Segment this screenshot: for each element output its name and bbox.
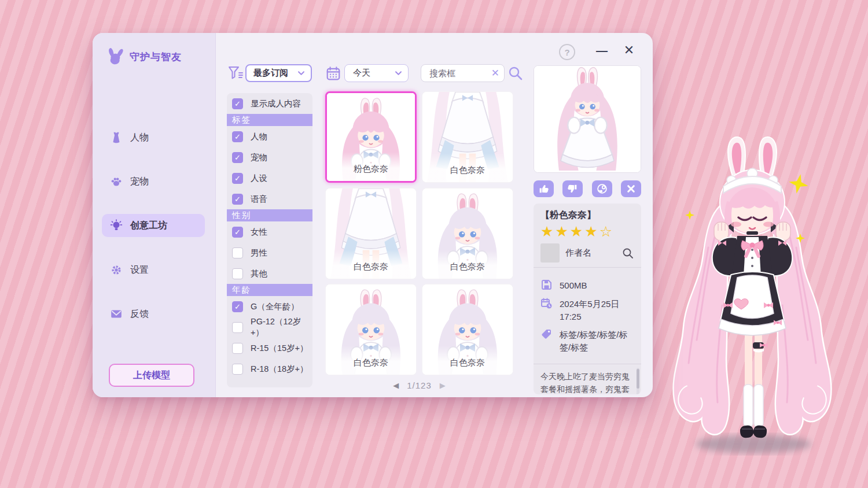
desktop: { "window": { "controls": { "help": "?",… bbox=[0, 0, 868, 488]
model-card-pink-nana[interactable]: 粉色奈奈 bbox=[325, 91, 417, 183]
filter-panel: ✓ 显示成人内容 标签 ✓ 人物 ✓ 宠物 ✓ 人设 ✓ 语音 性别 ✓ 女性 … bbox=[227, 93, 312, 387]
thumbs-up-icon bbox=[538, 183, 549, 194]
author-search-icon[interactable] bbox=[621, 247, 634, 260]
filter-option-other[interactable]: ✓ 其他 bbox=[227, 263, 312, 284]
filter-option-pg12[interactable]: ✓ PG-12（12岁+） bbox=[227, 317, 312, 338]
steam-icon bbox=[597, 183, 608, 194]
file-size-row: 500MB bbox=[540, 279, 634, 292]
checkbox[interactable]: ✓ bbox=[232, 131, 243, 142]
checkbox[interactable]: ✓ bbox=[232, 364, 243, 375]
paw-icon bbox=[110, 175, 123, 188]
calendar-clock-icon bbox=[540, 297, 553, 309]
checkbox[interactable]: ✓ bbox=[232, 227, 243, 238]
model-card-label: 白色奈奈 bbox=[422, 346, 513, 375]
sidebar-item-label: 反馈 bbox=[130, 308, 149, 320]
prev-page-icon[interactable]: ◀ bbox=[393, 381, 399, 390]
checkbox[interactable]: ✓ bbox=[232, 152, 243, 163]
gear-icon bbox=[110, 264, 123, 276]
filter-option-character[interactable]: ✓ 人物 bbox=[227, 126, 312, 147]
checkbox[interactable]: ✓ bbox=[232, 194, 243, 205]
clear-search-icon[interactable]: ✕ bbox=[491, 68, 499, 78]
thumbs-up-button[interactable] bbox=[534, 180, 554, 197]
filter-option-persona[interactable]: ✓ 人设 bbox=[227, 168, 312, 188]
sidebar-item-characters[interactable]: 人物 bbox=[102, 126, 205, 149]
filter-adult-content[interactable]: ✓ 显示成人内容 bbox=[227, 93, 312, 114]
help-button[interactable]: ? bbox=[559, 44, 575, 60]
filter-option-female[interactable]: ✓ 女性 bbox=[227, 221, 312, 242]
author-name: 作者名 bbox=[565, 247, 616, 258]
model-header-section: 【粉色奈奈】 ★★★★☆ 作者名 bbox=[534, 204, 641, 268]
model-card-label: 白色奈奈 bbox=[422, 153, 513, 182]
thumbs-down-icon bbox=[567, 183, 578, 194]
date-filter-value: 今天 bbox=[353, 68, 370, 79]
checkbox[interactable]: ✓ bbox=[232, 98, 243, 109]
tags-row: 标签/标签/标签/标签/标签 bbox=[540, 328, 634, 354]
updated-date: 2024年5月25日 17:25 bbox=[560, 297, 634, 323]
filter-option-voice[interactable]: ✓ 语音 bbox=[227, 188, 312, 209]
sidebar: 守护与智友 人物 宠物 创意工坊 设置 bbox=[93, 33, 216, 397]
sidebar-item-label: 创意工坊 bbox=[130, 220, 167, 232]
checkbox[interactable]: ✓ bbox=[232, 268, 243, 279]
checkbox[interactable]: ✓ bbox=[232, 343, 243, 354]
description-scrollbar[interactable] bbox=[637, 369, 639, 389]
search-box: ✕ bbox=[421, 64, 505, 82]
filter-section-header-tags: 标签 bbox=[227, 114, 312, 126]
sidebar-item-label: 设置 bbox=[130, 264, 149, 276]
calendar-icon bbox=[326, 66, 341, 81]
model-actions bbox=[534, 180, 641, 197]
dress-icon bbox=[110, 131, 123, 144]
date-filter-dropdown[interactable]: 今天 bbox=[344, 64, 409, 82]
app-title: 守护与智友 bbox=[130, 50, 182, 64]
rating-stars: ★★★★☆ bbox=[540, 224, 634, 239]
funnel-icon bbox=[228, 65, 244, 82]
chevron-down-icon bbox=[394, 69, 403, 77]
model-card-white-nana[interactable]: 白色奈奈 bbox=[422, 188, 513, 279]
checkbox[interactable]: ✓ bbox=[232, 173, 243, 184]
thumbs-down-button[interactable] bbox=[562, 180, 583, 197]
model-description: 今天晚上吃了麦当劳穷鬼套餐和摇摇薯条，穷鬼套餐在涨价的话，就要吃不起了！！！ bbox=[540, 370, 630, 394]
app-window: 守护与智友 人物 宠物 创意工坊 设置 bbox=[93, 33, 653, 397]
model-card-white-nana[interactable]: 白色奈奈 bbox=[325, 284, 417, 375]
sidebar-item-pets[interactable]: 宠物 bbox=[102, 170, 205, 193]
filter-option-g[interactable]: ✓ G（全年龄） bbox=[227, 296, 312, 317]
model-card-white-nana[interactable]: 白色奈奈 bbox=[325, 188, 417, 279]
remove-button[interactable] bbox=[621, 180, 641, 197]
model-card-white-nana[interactable]: 白色奈奈 bbox=[422, 91, 513, 183]
sidebar-item-settings[interactable]: 设置 bbox=[102, 258, 205, 282]
sidebar-item-workshop[interactable]: 创意工坊 bbox=[102, 214, 205, 237]
rabbit-icon bbox=[105, 47, 125, 66]
mail-icon bbox=[110, 308, 123, 320]
filter-option-r18[interactable]: ✓ R-18（18岁+） bbox=[227, 358, 312, 379]
upload-model-button[interactable]: 上传模型 bbox=[109, 364, 194, 387]
model-card-label: 粉色奈奈 bbox=[327, 152, 415, 181]
search-icon[interactable] bbox=[507, 65, 523, 81]
filter-option-r15[interactable]: ✓ R-15（15岁+） bbox=[227, 338, 312, 358]
model-card-label: 白色奈奈 bbox=[326, 346, 416, 375]
sort-dropdown[interactable]: 最多订阅 bbox=[245, 64, 312, 82]
checkbox[interactable]: ✓ bbox=[232, 322, 243, 333]
desktop-pet-character[interactable] bbox=[667, 132, 840, 467]
model-preview-image bbox=[534, 65, 641, 173]
filter-section-header-age: 年龄 bbox=[227, 284, 312, 296]
minimize-button[interactable]: — bbox=[594, 42, 610, 58]
model-title: 【粉色奈奈】 bbox=[540, 209, 634, 221]
next-page-icon[interactable]: ▶ bbox=[440, 381, 446, 390]
star-icon: ★ bbox=[540, 223, 555, 239]
search-input[interactable] bbox=[428, 68, 488, 79]
checkbox[interactable]: ✓ bbox=[232, 247, 243, 258]
checkbox[interactable]: ✓ bbox=[232, 301, 243, 312]
star-icon: ★ bbox=[570, 223, 584, 239]
author-avatar bbox=[540, 243, 560, 263]
filter-option-pet[interactable]: ✓ 宠物 bbox=[227, 147, 312, 168]
file-size: 500MB bbox=[560, 279, 587, 292]
model-meta-section: 500MB 2024年5月25日 17:25 标签/标签/标签/标签/标签 bbox=[534, 268, 641, 364]
filter-option-male[interactable]: ✓ 男性 bbox=[227, 242, 312, 263]
updated-date-row: 2024年5月25日 17:25 bbox=[540, 297, 634, 323]
model-card-white-nana[interactable]: 白色奈奈 bbox=[422, 284, 513, 375]
sidebar-item-feedback[interactable]: 反馈 bbox=[102, 302, 205, 326]
pagination: ◀ 1/123 ▶ bbox=[325, 379, 513, 391]
bulb-icon bbox=[110, 219, 123, 232]
sidebar-item-label: 宠物 bbox=[130, 176, 149, 188]
window-close-button[interactable]: ✕ bbox=[621, 42, 637, 58]
steam-button[interactable] bbox=[592, 180, 612, 197]
